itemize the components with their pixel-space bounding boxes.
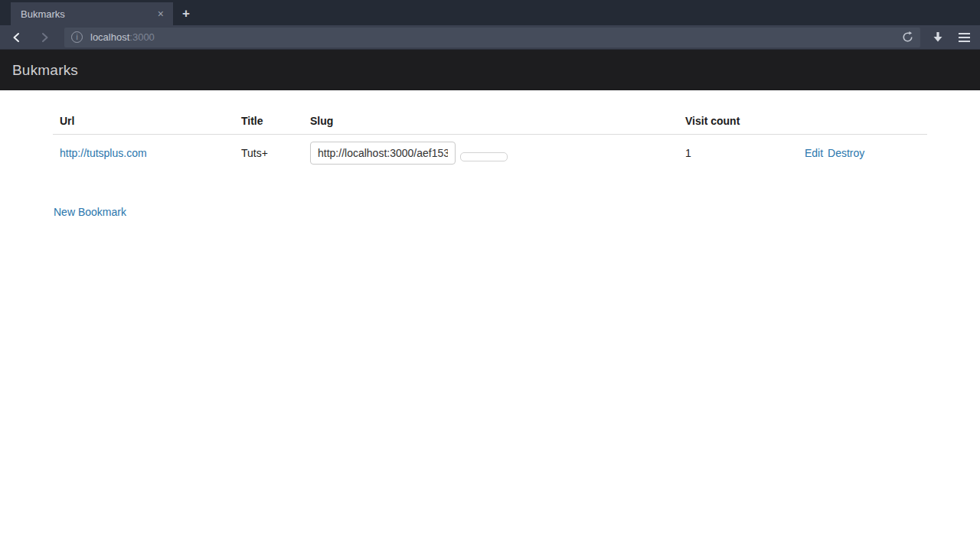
site-info-icon[interactable]: i: [71, 31, 83, 43]
url-host: localhost: [90, 31, 129, 43]
tab-close-icon[interactable]: ×: [155, 7, 167, 21]
column-header-slug: Slug: [303, 108, 678, 135]
slug-input[interactable]: [310, 142, 456, 165]
hamburger-icon: [959, 33, 970, 42]
tab-bar: Bukmarks × +: [0, 0, 980, 25]
bookmarks-table: Url Title Slug Visit count http://tutspl…: [53, 108, 927, 171]
new-bookmark-link[interactable]: New Bookmark: [54, 206, 126, 218]
chevron-left-icon: [11, 32, 22, 43]
bookmark-url-link[interactable]: http://tutsplus.com: [60, 147, 147, 159]
edit-link[interactable]: Edit: [805, 147, 823, 159]
cell-title: Tuts+: [234, 135, 303, 172]
reload-icon: [902, 31, 913, 43]
cell-visit-count: 1: [678, 135, 798, 172]
url-text[interactable]: localhost:3000: [90, 31, 902, 43]
downloads-button[interactable]: [925, 27, 951, 48]
copy-slug-button[interactable]: [460, 152, 508, 161]
download-arrow-icon: [933, 31, 943, 43]
site-header: Bukmarks: [0, 50, 980, 90]
column-header-url: Url: [53, 108, 234, 135]
chevron-right-icon: [39, 32, 50, 43]
url-port: :3000: [129, 31, 155, 43]
browser-window: Bukmarks × + i localhost:3000: [0, 0, 980, 551]
menu-button[interactable]: [951, 27, 977, 48]
cell-actions: Edit Destroy: [798, 135, 927, 172]
page-content: Url Title Slug Visit count http://tutspl…: [0, 90, 980, 219]
cell-slug: [303, 135, 678, 172]
destroy-link[interactable]: Destroy: [828, 147, 864, 159]
column-header-visit-count: Visit count: [678, 108, 798, 135]
new-tab-button[interactable]: +: [173, 2, 199, 25]
column-header-title: Title: [234, 108, 303, 135]
navigation-toolbar: i localhost:3000: [0, 25, 980, 50]
page-viewport: Bukmarks Url Title Slug Visit count: [0, 50, 980, 551]
tab-title: Bukmarks: [21, 8, 155, 20]
table-row: http://tutsplus.com Tuts+ 1 Edit: [53, 135, 927, 172]
back-button[interactable]: [3, 27, 31, 48]
browser-tab[interactable]: Bukmarks ×: [11, 2, 173, 25]
table-header-row: Url Title Slug Visit count: [53, 108, 927, 135]
cell-url: http://tutsplus.com: [53, 135, 234, 172]
url-bar[interactable]: i localhost:3000: [64, 28, 920, 47]
forward-button[interactable]: [31, 27, 58, 48]
column-header-actions: [798, 108, 927, 135]
reload-button[interactable]: [902, 31, 913, 43]
page-title: Bukmarks: [12, 62, 78, 79]
